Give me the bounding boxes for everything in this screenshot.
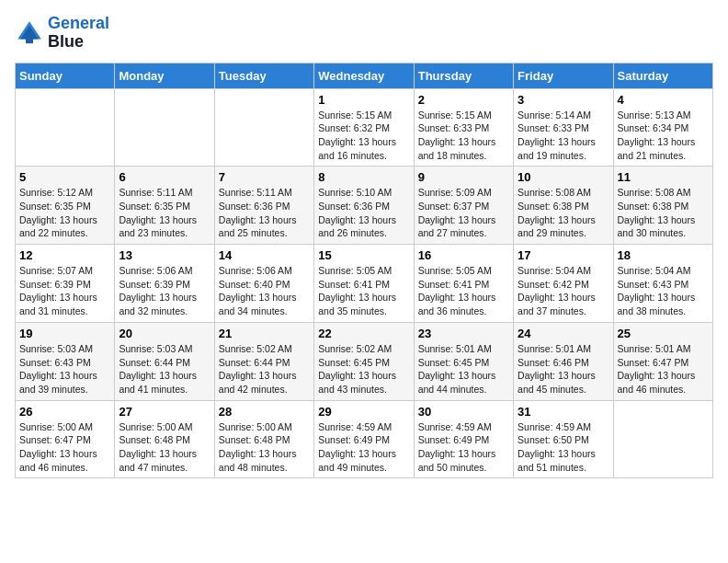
calendar-cell: 23Sunrise: 5:01 AMSunset: 6:45 PMDayligh… — [414, 322, 513, 400]
calendar-cell: 20Sunrise: 5:03 AMSunset: 6:44 PMDayligh… — [115, 322, 214, 400]
calendar-table: SundayMondayTuesdayWednesdayThursdayFrid… — [15, 63, 713, 479]
day-info: Sunrise: 4:59 AMSunset: 6:49 PMDaylight:… — [418, 420, 509, 475]
day-number: 7 — [219, 170, 310, 184]
calendar-cell: 24Sunrise: 5:01 AMSunset: 6:46 PMDayligh… — [514, 322, 613, 400]
day-info: Sunrise: 5:05 AMSunset: 6:41 PMDaylight:… — [318, 264, 409, 318]
weekday-header-thursday: Thursday — [414, 63, 513, 88]
day-number: 25 — [618, 327, 709, 340]
day-number: 1 — [318, 93, 409, 107]
calendar-cell: 4Sunrise: 5:13 AMSunset: 6:34 PMDaylight… — [613, 88, 712, 167]
day-info: Sunrise: 5:09 AMSunset: 6:37 PMDaylight:… — [418, 186, 509, 240]
day-info: Sunrise: 5:00 AMSunset: 6:48 PMDaylight:… — [219, 420, 310, 475]
calendar-cell: 22Sunrise: 5:02 AMSunset: 6:45 PMDayligh… — [314, 322, 414, 400]
calendar-cell: 8Sunrise: 5:10 AMSunset: 6:36 PMDaylight… — [314, 167, 414, 245]
svg-rect-2 — [26, 38, 33, 43]
calendar-cell: 11Sunrise: 5:08 AMSunset: 6:38 PMDayligh… — [613, 167, 712, 245]
page-header: General Blue — [15, 15, 713, 52]
day-number: 24 — [518, 327, 609, 340]
calendar-cell — [115, 88, 214, 167]
day-number: 8 — [318, 170, 409, 184]
weekday-header-friday: Friday — [514, 63, 613, 88]
day-info: Sunrise: 5:06 AMSunset: 6:39 PMDaylight:… — [119, 264, 210, 318]
weekday-header-wednesday: Wednesday — [314, 63, 414, 88]
calendar-cell: 1Sunrise: 5:15 AMSunset: 6:32 PMDaylight… — [314, 88, 414, 167]
day-info: Sunrise: 5:03 AMSunset: 6:43 PMDaylight:… — [19, 342, 110, 396]
calendar-cell: 10Sunrise: 5:08 AMSunset: 6:38 PMDayligh… — [514, 167, 613, 245]
calendar-cell — [214, 88, 313, 167]
day-number: 10 — [518, 170, 609, 184]
day-info: Sunrise: 5:01 AMSunset: 6:47 PMDaylight:… — [618, 342, 709, 396]
day-info: Sunrise: 5:06 AMSunset: 6:40 PMDaylight:… — [219, 264, 310, 318]
day-info: Sunrise: 5:14 AMSunset: 6:33 PMDaylight:… — [518, 109, 609, 163]
calendar-cell: 21Sunrise: 5:02 AMSunset: 6:44 PMDayligh… — [214, 322, 313, 400]
day-number: 11 — [618, 170, 709, 184]
day-number: 2 — [418, 93, 509, 107]
calendar-cell: 6Sunrise: 5:11 AMSunset: 6:35 PMDaylight… — [115, 167, 214, 245]
calendar-cell: 12Sunrise: 5:07 AMSunset: 6:39 PMDayligh… — [16, 245, 115, 323]
weekday-header-sunday: Sunday — [16, 63, 115, 88]
logo-text: General Blue — [48, 15, 109, 52]
day-number: 15 — [318, 248, 409, 262]
day-number: 23 — [418, 327, 509, 340]
calendar-cell: 3Sunrise: 5:14 AMSunset: 6:33 PMDaylight… — [514, 88, 613, 167]
day-info: Sunrise: 5:01 AMSunset: 6:46 PMDaylight:… — [518, 342, 609, 396]
day-info: Sunrise: 5:10 AMSunset: 6:36 PMDaylight:… — [318, 186, 409, 240]
calendar-cell: 26Sunrise: 5:00 AMSunset: 6:47 PMDayligh… — [16, 400, 115, 478]
day-number: 14 — [219, 248, 310, 262]
weekday-header-row: SundayMondayTuesdayWednesdayThursdayFrid… — [16, 63, 713, 88]
calendar-cell: 16Sunrise: 5:05 AMSunset: 6:41 PMDayligh… — [414, 245, 513, 323]
day-info: Sunrise: 5:11 AMSunset: 6:35 PMDaylight:… — [119, 186, 210, 240]
calendar-week-4: 19Sunrise: 5:03 AMSunset: 6:43 PMDayligh… — [16, 322, 713, 400]
day-info: Sunrise: 5:02 AMSunset: 6:45 PMDaylight:… — [318, 342, 409, 396]
calendar-cell: 27Sunrise: 5:00 AMSunset: 6:48 PMDayligh… — [115, 400, 214, 478]
calendar-week-3: 12Sunrise: 5:07 AMSunset: 6:39 PMDayligh… — [16, 245, 713, 323]
day-info: Sunrise: 5:02 AMSunset: 6:44 PMDaylight:… — [219, 342, 310, 396]
day-info: Sunrise: 5:01 AMSunset: 6:45 PMDaylight:… — [418, 342, 509, 396]
calendar-cell — [613, 400, 712, 478]
calendar-cell: 18Sunrise: 5:04 AMSunset: 6:43 PMDayligh… — [613, 245, 712, 323]
day-info: Sunrise: 5:15 AMSunset: 6:33 PMDaylight:… — [418, 109, 509, 163]
day-number: 16 — [418, 248, 509, 262]
day-info: Sunrise: 5:07 AMSunset: 6:39 PMDaylight:… — [19, 264, 110, 318]
calendar-cell: 2Sunrise: 5:15 AMSunset: 6:33 PMDaylight… — [414, 88, 513, 167]
day-info: Sunrise: 5:08 AMSunset: 6:38 PMDaylight:… — [518, 186, 609, 240]
day-number: 21 — [219, 327, 310, 340]
calendar-cell — [16, 88, 115, 167]
day-number: 6 — [119, 170, 210, 184]
day-number: 22 — [318, 327, 409, 340]
calendar-cell: 31Sunrise: 4:59 AMSunset: 6:50 PMDayligh… — [514, 400, 613, 478]
logo: General Blue — [15, 15, 109, 52]
day-info: Sunrise: 5:12 AMSunset: 6:35 PMDaylight:… — [19, 186, 110, 240]
day-info: Sunrise: 4:59 AMSunset: 6:49 PMDaylight:… — [318, 420, 409, 475]
day-info: Sunrise: 5:04 AMSunset: 6:42 PMDaylight:… — [518, 264, 609, 318]
calendar-cell: 14Sunrise: 5:06 AMSunset: 6:40 PMDayligh… — [214, 245, 313, 323]
day-info: Sunrise: 5:03 AMSunset: 6:44 PMDaylight:… — [119, 342, 210, 396]
day-number: 19 — [19, 327, 110, 340]
day-info: Sunrise: 5:05 AMSunset: 6:41 PMDaylight:… — [418, 264, 509, 318]
day-number: 5 — [19, 170, 110, 184]
calendar-cell: 13Sunrise: 5:06 AMSunset: 6:39 PMDayligh… — [115, 245, 214, 323]
day-number: 3 — [518, 93, 609, 107]
day-info: Sunrise: 5:08 AMSunset: 6:38 PMDaylight:… — [618, 186, 709, 240]
calendar-week-1: 1Sunrise: 5:15 AMSunset: 6:32 PMDaylight… — [16, 88, 713, 167]
day-info: Sunrise: 5:04 AMSunset: 6:43 PMDaylight:… — [618, 264, 709, 318]
day-number: 30 — [418, 405, 509, 419]
day-info: Sunrise: 5:13 AMSunset: 6:34 PMDaylight:… — [618, 109, 709, 163]
day-number: 20 — [119, 327, 210, 340]
calendar-cell: 19Sunrise: 5:03 AMSunset: 6:43 PMDayligh… — [16, 322, 115, 400]
calendar-week-2: 5Sunrise: 5:12 AMSunset: 6:35 PMDaylight… — [16, 167, 713, 245]
calendar-cell: 7Sunrise: 5:11 AMSunset: 6:36 PMDaylight… — [214, 167, 313, 245]
day-info: Sunrise: 5:00 AMSunset: 6:48 PMDaylight:… — [119, 420, 210, 475]
calendar-cell: 9Sunrise: 5:09 AMSunset: 6:37 PMDaylight… — [414, 167, 513, 245]
day-info: Sunrise: 5:11 AMSunset: 6:36 PMDaylight:… — [219, 186, 310, 240]
calendar-cell: 29Sunrise: 4:59 AMSunset: 6:49 PMDayligh… — [314, 400, 414, 478]
day-info: Sunrise: 5:00 AMSunset: 6:47 PMDaylight:… — [19, 420, 110, 475]
day-info: Sunrise: 5:15 AMSunset: 6:32 PMDaylight:… — [318, 109, 409, 163]
calendar-cell: 30Sunrise: 4:59 AMSunset: 6:49 PMDayligh… — [414, 400, 513, 478]
day-number: 18 — [618, 248, 709, 262]
weekday-header-tuesday: Tuesday — [214, 63, 313, 88]
weekday-header-saturday: Saturday — [613, 63, 712, 88]
day-info: Sunrise: 4:59 AMSunset: 6:50 PMDaylight:… — [518, 420, 609, 475]
day-number: 17 — [518, 248, 609, 262]
day-number: 9 — [418, 170, 509, 184]
